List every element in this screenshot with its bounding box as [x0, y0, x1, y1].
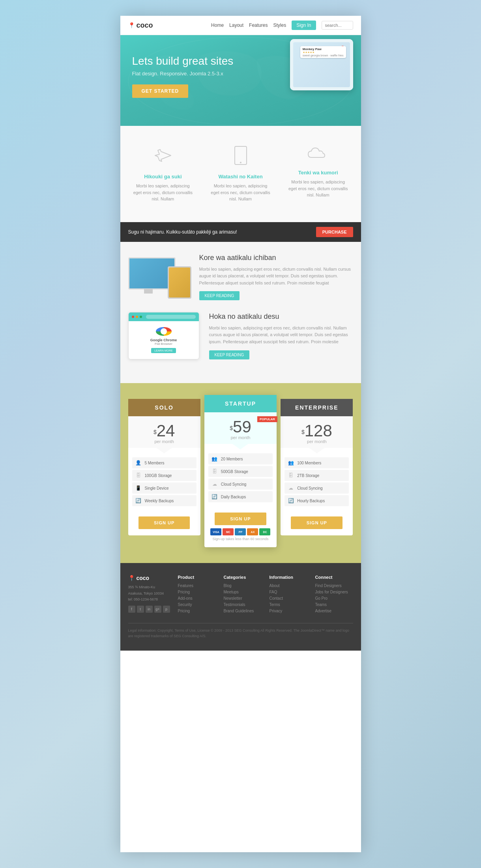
footer-link-brand[interactable]: Brand Guidelines	[224, 609, 262, 613]
footer-link-find-designers[interactable]: Find Designers	[315, 584, 353, 588]
linkedin-icon[interactable]: in	[146, 606, 153, 613]
logo: 📍 coco	[128, 21, 153, 30]
footer-link-jobs[interactable]: Jobs for Designers	[315, 590, 353, 594]
footer-link-about[interactable]: About	[270, 584, 307, 588]
feature-watashi-title: Watashi no Kaiten	[210, 174, 271, 180]
hero-section: Lets build great sites Flat design. Resp…	[120, 35, 361, 126]
banner-text: Sugu ni hajimaru. Kuikku-sutāto pakkēji …	[128, 229, 237, 235]
twitter-icon[interactable]: t	[137, 606, 144, 613]
startup-feature-cloud: ☁ Cloud Syncing	[208, 479, 273, 490]
nav-styles[interactable]: Styles	[273, 22, 286, 28]
startup-dollar: $	[230, 425, 233, 431]
feature-watashi-text: Morbi leo sapien, adipiscing eget eros n…	[210, 183, 271, 202]
solo-header: SOLO	[128, 399, 200, 416]
footer-link-privacy[interactable]: Privacy	[270, 609, 307, 613]
footer-col-categories: Categories Blog Meetups Newsletter Testi…	[224, 575, 262, 615]
nav-home[interactable]: Home	[211, 22, 224, 28]
get-started-button[interactable]: GET STARTED	[132, 84, 189, 98]
facebook-icon[interactable]: f	[128, 606, 135, 613]
signup-note: Sign-up takes less than 60 seconds	[208, 537, 273, 541]
nav-layout[interactable]: Layout	[229, 22, 243, 28]
browser-app-title: Google Chrome	[150, 338, 177, 342]
nav-links: Home Layout Features Styles Sign In	[211, 21, 353, 30]
footer-link-security[interactable]: Security	[178, 602, 216, 607]
google-plus-icon[interactable]: g+	[154, 606, 161, 613]
footer-link-contact[interactable]: Contact	[270, 596, 307, 600]
footer-link-terms[interactable]: Terms	[270, 602, 307, 607]
footer-logo: 📍 coco	[128, 575, 170, 581]
footer-link-pricing2[interactable]: Pricing	[178, 609, 216, 613]
monitor-tablet-icon	[128, 255, 191, 299]
promo-banner: Sugu ni hajimaru. Kuikku-sutāto pakkēji …	[120, 222, 361, 242]
footer-link-meetups[interactable]: Meetups	[224, 590, 262, 594]
purchase-button[interactable]: PURCHASE	[316, 227, 353, 237]
search-input[interactable]	[322, 21, 353, 30]
footer-link-features[interactable]: Features	[178, 584, 216, 588]
plane-icon	[132, 146, 194, 169]
footer-link-addons[interactable]: Add-ons	[178, 596, 216, 600]
solo-signup-button[interactable]: SIGN UP	[138, 516, 190, 529]
tablet-icon	[210, 146, 271, 169]
solo-period: per month	[132, 439, 197, 444]
footer-address: 355 ¾ Minato-KuAsakusa, Tokyo 10034tel: …	[128, 584, 170, 602]
devices-illustration	[128, 255, 191, 299]
startup-footer: SIGN UP VISA MC PP AX DC Sign-up takes l…	[204, 508, 277, 547]
storage-icon: 🗄	[288, 473, 294, 478]
browser-illustration: Google Chrome Flat Browser LEARN MORE	[128, 312, 201, 359]
article-2-content: Hoka no aatikalu desu Morbi leo sapien, …	[209, 312, 353, 359]
solo-arrow	[156, 448, 172, 453]
startup-signup-button[interactable]: SIGN UP	[215, 513, 266, 525]
svg-point-2	[240, 162, 241, 163]
footer-link-testimonials[interactable]: Testimonials	[224, 602, 262, 607]
discover-icon: DC	[259, 528, 270, 535]
footer-link-blog[interactable]: Blog	[224, 584, 262, 588]
pinterest-icon[interactable]: p	[163, 606, 170, 613]
footer-link-teams[interactable]: Teams	[315, 602, 353, 607]
startup-feature-backups: 🔄 Daily Backups	[208, 491, 273, 502]
feature-hikouki: Hikouki ga suki Morbi leo sapien, adipis…	[128, 142, 198, 206]
signin-button[interactable]: Sign In	[292, 21, 316, 30]
browser-maximize-dot	[140, 316, 142, 318]
browser-learn-more[interactable]: LEARN MORE	[151, 348, 176, 353]
article-1-content: Kore wa aatikalu ichiban Morbi leo sapie…	[199, 254, 353, 301]
footer-link-faq[interactable]: FAQ	[270, 590, 307, 594]
pricing-card-solo: SOLO $24 per month 👤 5 Members 🗄 100GB S…	[128, 399, 200, 535]
feature-hikouki-text: Morbi leo sapien, adipiscing eget eros n…	[132, 183, 194, 202]
feature-tenki: Tenki wa kumori Morbi leo sapien, adipis…	[283, 142, 353, 206]
footer-link-newsletter[interactable]: Newsletter	[224, 596, 262, 600]
enterprise-signup-button[interactable]: SIGN UP	[291, 516, 343, 529]
article-1-read-more[interactable]: KEEP READING	[199, 291, 240, 300]
article-2-read-more[interactable]: KEEP READING	[209, 350, 250, 359]
map-stars: ★★★★★	[303, 51, 344, 54]
cloud-icon	[287, 146, 349, 165]
solo-dollar: $	[153, 429, 157, 435]
footer: 📍 coco 355 ¾ Minato-KuAsakusa, Tokyo 100…	[120, 563, 361, 651]
browser-toolbar	[129, 312, 199, 321]
footer-col-product: Product Features Pricing Add-ons Securit…	[178, 575, 216, 615]
nav-features[interactable]: Features	[249, 22, 268, 28]
feature-tenki-title: Tenki wa kumori	[287, 170, 349, 176]
pricing-card-startup: STARTUP $59 POPULAR per month 👥 20 Membe…	[204, 395, 277, 547]
footer-link-pricing[interactable]: Pricing	[178, 590, 216, 594]
chrome-inner-circle	[161, 328, 167, 335]
enterprise-amount: 128	[305, 421, 332, 440]
chrome-browser-icon: Google Chrome Flat Browser LEARN MORE	[128, 312, 199, 359]
enterprise-title: ENTERPRISE	[284, 404, 349, 411]
members-icon: 👤	[135, 460, 142, 466]
device-icon: 📱	[135, 485, 142, 491]
enterprise-feature-backups: 🔄 Hourly Backups	[284, 495, 349, 506]
feature-tenki-text: Morbi leo sapien, adipiscing eget eros n…	[287, 179, 349, 198]
solo-feature-members: 👤 5 Members	[132, 457, 197, 468]
footer-top: 📍 coco 355 ¾ Minato-KuAsakusa, Tokyo 100…	[128, 575, 353, 615]
logo-pin-icon: 📍	[128, 22, 135, 28]
google-chrome-icon	[156, 327, 172, 336]
hero-subtitle: Flat design. Responsive. Joomla 2.5-3.x	[132, 71, 349, 77]
footer-product-title: Product	[178, 575, 216, 580]
footer-brand: 📍 coco 355 ¾ Minato-KuAsakusa, Tokyo 100…	[128, 575, 170, 615]
browser-address-bar	[146, 315, 196, 319]
footer-link-go-pro[interactable]: Go Pro	[315, 596, 353, 600]
footer-link-advertise[interactable]: Advertise	[315, 609, 353, 613]
storage-icon: 🗄	[135, 473, 142, 478]
solo-feature-storage: 🗄 100GB Storage	[132, 470, 197, 481]
enterprise-price: $128 per month	[281, 416, 353, 448]
